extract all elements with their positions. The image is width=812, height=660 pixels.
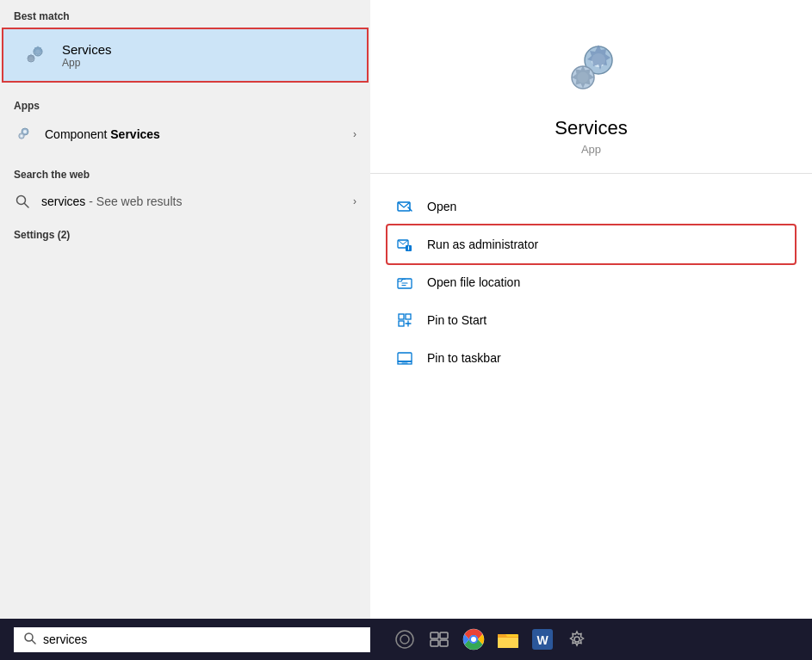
services-large-icon bbox=[557, 34, 626, 103]
svg-rect-44 bbox=[498, 638, 518, 648]
svg-rect-35 bbox=[431, 632, 438, 638]
svg-line-32 bbox=[32, 640, 35, 644]
best-match-item[interactable]: Services App bbox=[2, 28, 369, 83]
run-as-admin-icon bbox=[394, 234, 415, 255]
web-search-item[interactable]: services - See web results › bbox=[0, 186, 370, 217]
svg-point-19 bbox=[408, 246, 409, 247]
best-match-label: Best match bbox=[0, 0, 370, 28]
component-services-label: Component Services bbox=[45, 127, 353, 141]
web-chevron-icon: › bbox=[353, 195, 356, 207]
pin-to-start-icon bbox=[394, 310, 415, 330]
taskbar-search-icon bbox=[24, 632, 36, 647]
svg-point-42 bbox=[471, 637, 476, 642]
svg-rect-24 bbox=[406, 314, 411, 319]
open-action[interactable]: Open bbox=[387, 188, 795, 225]
right-content: Services App Open bbox=[370, 0, 812, 619]
pin-to-start-action[interactable]: Pin to Start bbox=[387, 301, 795, 339]
web-search-text: services - See web results bbox=[41, 194, 353, 208]
settings-icon[interactable] bbox=[563, 626, 591, 653]
cortana-icon[interactable] bbox=[391, 626, 418, 653]
svg-point-7 bbox=[21, 135, 23, 138]
svg-rect-25 bbox=[399, 321, 404, 326]
divider bbox=[370, 173, 812, 174]
svg-rect-36 bbox=[440, 632, 448, 638]
open-file-location-icon bbox=[394, 272, 415, 293]
svg-point-47 bbox=[574, 637, 580, 642]
settings-section: Settings (2) bbox=[0, 224, 370, 246]
file-explorer-icon[interactable] bbox=[494, 626, 522, 653]
svg-rect-37 bbox=[431, 640, 438, 646]
run-as-admin-label: Run as administrator bbox=[427, 237, 538, 251]
taskbar: services bbox=[0, 619, 812, 660]
search-panel: Best match Services App Apps bbox=[0, 0, 812, 619]
open-file-location-label: Open file location bbox=[427, 275, 520, 289]
best-match-text: Services App bbox=[62, 42, 112, 69]
pin-to-taskbar-icon bbox=[394, 348, 415, 368]
taskbar-search-text: services bbox=[43, 632, 87, 646]
best-match-title: Services bbox=[62, 42, 112, 57]
web-section: Search the web services - See web result… bbox=[0, 158, 370, 217]
svg-point-5 bbox=[23, 130, 27, 133]
action-list: Open Run as administrator bbox=[370, 188, 812, 377]
taskbar-left: services bbox=[7, 627, 377, 652]
taskbar-right: W bbox=[377, 626, 805, 653]
services-app-icon bbox=[17, 38, 52, 72]
best-match-subtitle: App bbox=[62, 57, 112, 69]
right-panel-subtitle: App bbox=[581, 143, 601, 156]
component-services-icon bbox=[14, 124, 34, 145]
svg-point-34 bbox=[400, 635, 409, 644]
run-as-admin-action[interactable]: Run as administrator bbox=[387, 225, 795, 263]
pin-to-start-label: Pin to Start bbox=[427, 313, 487, 327]
svg-rect-23 bbox=[399, 314, 404, 319]
apps-section: Apps Component Services › bbox=[0, 89, 370, 151]
taskbar-search-bar[interactable]: services bbox=[14, 627, 370, 652]
chevron-right-icon: › bbox=[353, 128, 356, 140]
component-services-item[interactable]: Component Services › bbox=[0, 117, 370, 151]
chrome-icon[interactable] bbox=[460, 626, 487, 653]
task-view-icon[interactable] bbox=[425, 626, 453, 653]
left-panel: Best match Services App Apps bbox=[0, 0, 370, 619]
svg-rect-38 bbox=[440, 640, 448, 646]
search-icon bbox=[14, 193, 31, 210]
open-icon bbox=[394, 196, 415, 217]
word-icon[interactable]: W bbox=[529, 626, 556, 653]
svg-text:W: W bbox=[536, 633, 549, 647]
pin-to-taskbar-action[interactable]: Pin to taskbar bbox=[387, 339, 795, 377]
right-panel-title: Services bbox=[555, 117, 627, 139]
apps-label: Apps bbox=[0, 89, 370, 117]
svg-point-33 bbox=[396, 631, 413, 648]
open-file-location-action[interactable]: Open file location bbox=[387, 263, 795, 301]
settings-label: Settings (2) bbox=[0, 224, 370, 246]
open-label: Open bbox=[427, 200, 456, 213]
web-label: Search the web bbox=[0, 158, 370, 186]
svg-rect-28 bbox=[398, 353, 412, 361]
pin-to-taskbar-label: Pin to taskbar bbox=[427, 351, 501, 365]
svg-line-9 bbox=[25, 204, 29, 208]
right-panel: Services App Open bbox=[370, 0, 812, 619]
